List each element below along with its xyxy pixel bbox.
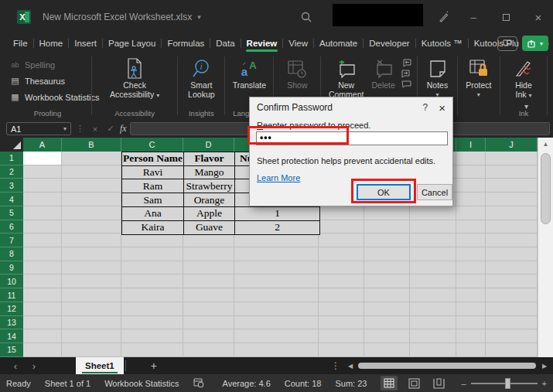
menu-tab-automate[interactable]: Automate <box>314 36 363 50</box>
cell-J6[interactable] <box>486 220 538 234</box>
menu-tab-view[interactable]: View <box>283 36 313 50</box>
table-cell[interactable]: Guave <box>184 221 235 235</box>
cell-I1[interactable] <box>456 152 486 165</box>
zoom-in-icon[interactable]: + <box>542 379 547 388</box>
cell-D8[interactable] <box>183 247 234 261</box>
title-chevron-down-icon[interactable]: ▾ <box>197 13 201 21</box>
notes-button[interactable]: Notes ▾ <box>424 54 451 99</box>
column-header-I[interactable]: I <box>456 138 486 152</box>
cell-G9[interactable] <box>364 261 410 275</box>
previous-sheet-icon[interactable]: ‹ <box>6 360 25 372</box>
menu-tab-home[interactable]: Home <box>34 36 69 50</box>
cell-D15[interactable] <box>183 343 234 357</box>
cell-H6[interactable] <box>410 220 456 234</box>
menu-tab-review[interactable]: Review <box>241 36 283 50</box>
cell-H11[interactable] <box>410 288 456 302</box>
next-comment-icon[interactable] <box>401 70 411 78</box>
menu-tab-page-layou[interactable]: Page Layou <box>103 36 161 50</box>
menu-tab-formulas[interactable]: Formulas <box>162 36 210 50</box>
cell-I11[interactable] <box>456 288 486 302</box>
status-workbook-statistics[interactable]: Workbook Statistics <box>104 379 179 388</box>
scroll-up-icon[interactable]: ▲ <box>538 141 553 148</box>
cell-F15[interactable] <box>319 343 364 357</box>
cell-B12[interactable] <box>62 302 121 316</box>
cell-E15[interactable] <box>234 343 319 357</box>
cell-C9[interactable] <box>121 261 183 275</box>
normal-view-button[interactable] <box>381 376 398 390</box>
cell-E7[interactable] <box>234 233 319 247</box>
vertical-scroll-thumb[interactable] <box>541 153 551 224</box>
cell-A12[interactable] <box>23 302 62 316</box>
row-header-4[interactable]: 4 <box>0 193 23 206</box>
cell-G13[interactable] <box>364 316 410 330</box>
cell-I4[interactable] <box>456 193 486 206</box>
menu-tab-file[interactable]: File <box>8 36 33 50</box>
row-header-11[interactable]: 11 <box>0 288 23 302</box>
cell-F10[interactable] <box>319 274 364 288</box>
table-cell[interactable]: Apple <box>184 207 235 221</box>
cell-F13[interactable] <box>319 316 364 330</box>
name-box[interactable]: A1 ▾ <box>6 122 71 135</box>
menu-tab-insert[interactable]: Insert <box>69 36 102 50</box>
row-header-9[interactable]: 9 <box>0 261 23 275</box>
table-cell[interactable]: Ravi <box>122 166 184 180</box>
cell-J5[interactable] <box>486 206 538 220</box>
protect-button[interactable]: Protect ▾ <box>463 54 494 99</box>
pen-ink-icon[interactable] <box>438 11 450 23</box>
cell-A13[interactable] <box>23 316 62 330</box>
cell-G12[interactable] <box>364 302 410 316</box>
cell-J7[interactable] <box>486 233 538 247</box>
cell-A15[interactable] <box>23 343 62 357</box>
cell-F6[interactable] <box>319 220 364 234</box>
cell-C11[interactable] <box>121 288 183 302</box>
horizontal-scroll-thumb[interactable] <box>358 363 536 369</box>
close-button[interactable]: × <box>529 8 548 26</box>
row-header-2[interactable]: 2 <box>0 165 23 179</box>
cell-B11[interactable] <box>62 288 121 302</box>
zoom-slider-handle[interactable] <box>505 378 510 389</box>
comments-button[interactable] <box>497 36 517 51</box>
dialog-title-bar[interactable]: Confirm Password ? × <box>250 97 452 118</box>
cell-A11[interactable] <box>23 288 62 302</box>
cell-H14[interactable] <box>410 329 456 343</box>
cell-F8[interactable] <box>319 247 364 261</box>
cell-B3[interactable] <box>62 179 121 193</box>
cell-A9[interactable] <box>23 261 62 275</box>
maximize-button[interactable] <box>497 8 515 26</box>
vertical-scrollbar[interactable]: ▲ <box>538 138 553 357</box>
cell-D13[interactable] <box>183 316 234 330</box>
cell-B8[interactable] <box>62 247 121 261</box>
cell-D9[interactable] <box>183 261 234 275</box>
table-cell[interactable]: Kaira <box>122 221 184 235</box>
search-icon[interactable] <box>300 11 312 23</box>
menu-tab-kutools-[interactable]: Kutools ™ <box>416 36 468 50</box>
cell-A6[interactable] <box>23 220 62 234</box>
cell-B9[interactable] <box>62 261 121 275</box>
cell-B6[interactable] <box>62 220 121 234</box>
cell-A5[interactable] <box>23 206 62 220</box>
cell-F12[interactable] <box>319 302 364 316</box>
cell-I10[interactable] <box>456 274 486 288</box>
cell-I2[interactable] <box>456 165 486 179</box>
row-header-7[interactable]: 7 <box>0 233 23 247</box>
scroll-right-icon[interactable]: ▶ <box>542 363 547 370</box>
cell-G11[interactable] <box>364 288 410 302</box>
translate-button[interactable]: aA Translate <box>230 54 269 90</box>
cell-I7[interactable] <box>456 233 486 247</box>
cell-A8[interactable] <box>23 247 62 261</box>
table-cell[interactable]: Person Name <box>122 152 184 166</box>
cell-C15[interactable] <box>121 343 183 357</box>
row-header-12[interactable]: 12 <box>0 302 23 316</box>
tab-bar-more-icon[interactable]: ⋮ <box>331 360 340 371</box>
cell-G7[interactable] <box>364 233 410 247</box>
cell-C14[interactable] <box>121 329 183 343</box>
previous-comment-icon[interactable] <box>401 59 411 67</box>
cell-I3[interactable] <box>456 179 486 193</box>
column-header-C[interactable]: C <box>121 138 183 152</box>
column-header-D[interactable]: D <box>183 138 234 152</box>
cell-J1[interactable] <box>486 152 538 165</box>
row-header-3[interactable]: 3 <box>0 179 23 193</box>
cell-F5[interactable] <box>319 206 364 220</box>
share-button[interactable]: ▾ <box>522 36 548 51</box>
cell-C10[interactable] <box>121 274 183 288</box>
